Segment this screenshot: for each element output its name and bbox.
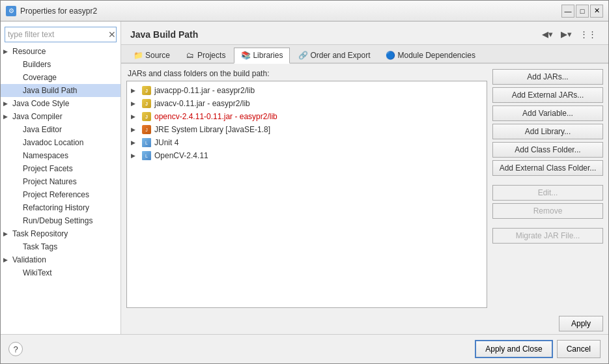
sidebar-item-label: Coverage <box>23 73 57 82</box>
sidebar-item-label: Javadoc Location <box>23 138 83 147</box>
sidebar-item-label: Task Repository <box>12 229 68 238</box>
action-button-add-external-class-folder-[interactable]: Add External Class Folder... <box>492 160 603 176</box>
back-button[interactable]: ◀▾ <box>539 28 556 40</box>
tab-module-label: Module Dependencies <box>397 51 475 60</box>
libraries-tab-icon: 📚 <box>241 51 250 60</box>
sidebar-item-java-editor[interactable]: Java Editor <box>1 123 120 136</box>
jar-icon: J <box>141 98 152 109</box>
sidebar-item-label: Builders <box>23 60 51 69</box>
sidebar-item-label: Java Editor <box>23 125 62 134</box>
sidebar-item-label: Task Tags <box>23 242 57 251</box>
sidebar-item-resource[interactable]: ▶Resource <box>1 45 120 58</box>
dialog-footer: ? Apply and Close Cancel <box>1 334 608 363</box>
action-button-add-variable-[interactable]: Add Variable... <box>492 105 603 121</box>
sidebar-item-java-compiler[interactable]: ▶Java Compiler <box>1 110 120 123</box>
jar-icon: J <box>141 111 152 122</box>
menu-button[interactable]: ⋮⋮ <box>577 28 599 40</box>
tree-item[interactable]: ▶Jopencv-2.4.11-0.11.jar - easypr2/lib <box>127 110 487 123</box>
tab-libraries[interactable]: 📚 Libraries <box>234 48 290 64</box>
sidebar-item-label: Project References <box>23 190 89 199</box>
sidebar-item-javadoc-location[interactable]: Javadoc Location <box>1 136 120 149</box>
sidebar-item-builders[interactable]: Builders <box>1 58 120 71</box>
sidebar-item-refactoring-history[interactable]: Refactoring History <box>1 201 120 214</box>
bottom-buttons: Apply and Close Cancel <box>475 340 601 358</box>
footer-left: ? <box>8 342 23 356</box>
title-bar: ⚙ Properties for easypr2 — □ ✕ <box>1 1 608 21</box>
lib-icon: L <box>141 150 152 161</box>
sidebar-item-project-references[interactable]: Project References <box>1 188 120 201</box>
tree-expand-icon: ▶ <box>131 113 139 120</box>
sidebar-item-label: WikiText <box>23 268 52 277</box>
order-tab-icon: 🔗 <box>298 51 307 60</box>
sidebar-item-label: Resource <box>12 47 46 56</box>
tree-item[interactable]: ▶JJRE System Library [JavaSE-1.8] <box>127 123 487 136</box>
tree-item-label: opencv-2.4.11-0.11.jar - easypr2/lib <box>154 112 277 121</box>
sidebar-item-project-natures[interactable]: Project Natures <box>1 175 120 188</box>
apply-area: Apply <box>121 313 608 334</box>
minimize-button[interactable]: — <box>561 5 574 18</box>
tree-item-label: JRE System Library [JavaSE-1.8] <box>154 125 270 134</box>
tree-view: ▶Jjavacpp-0.11.jar - easypr2/lib▶Jjavacv… <box>126 81 487 308</box>
sidebar-item-validation[interactable]: ▶Validation <box>1 253 120 266</box>
jre-icon: J <box>141 124 152 135</box>
help-icon: ? <box>13 344 18 354</box>
tree-item[interactable]: ▶Jjavacpp-0.11.jar - easypr2/lib <box>127 84 487 97</box>
sidebar-item-run/debug-settings[interactable]: Run/Debug Settings <box>1 214 120 227</box>
lib-icon: L <box>141 137 152 148</box>
tab-order-label: Order and Export <box>310 51 370 60</box>
filter-clear-button[interactable]: ✕ <box>108 29 116 40</box>
sidebar-item-namespaces[interactable]: Namespaces <box>1 149 120 162</box>
tabs-bar: 📁 Source 🗂 Projects 📚 Libraries 🔗 Order … <box>121 45 608 64</box>
sidebar-item-label: Validation <box>12 255 46 264</box>
close-button[interactable]: ✕ <box>590 5 603 18</box>
filter-input[interactable] <box>5 29 108 40</box>
button-spacer <box>492 178 603 182</box>
expand-arrow-icon: ▶ <box>3 100 10 107</box>
apply-and-close-button[interactable]: Apply and Close <box>475 340 552 358</box>
sidebar-item-task-tags[interactable]: Task Tags <box>1 240 120 253</box>
sidebar-item-java-code-style[interactable]: ▶Java Code Style <box>1 97 120 110</box>
sidebar-item-project-facets[interactable]: Project Facets <box>1 162 120 175</box>
forward-button[interactable]: ▶▾ <box>558 28 574 40</box>
tab-source[interactable]: 📁 Source <box>126 48 177 63</box>
tab-order-export[interactable]: 🔗 Order and Export <box>291 48 377 63</box>
projects-tab-icon: 🗂 <box>186 51 195 60</box>
sidebar: ✕ ▶ResourceBuildersCoverageJava Build Pa… <box>1 21 121 334</box>
action-button-add-class-folder-[interactable]: Add Class Folder... <box>492 142 603 158</box>
tab-projects-label: Projects <box>197 51 225 60</box>
content-left: JARs and class folders on the build path… <box>126 69 487 308</box>
expand-arrow-icon: ▶ <box>3 113 10 120</box>
tree-item[interactable]: ▶LJUnit 4 <box>127 136 487 149</box>
sidebar-item-wikitext[interactable]: WikiText <box>1 266 120 279</box>
sidebar-item-label: Refactoring History <box>23 203 89 212</box>
action-button-remove: Remove <box>492 203 603 219</box>
action-button-add-jars-[interactable]: Add JARs... <box>492 69 603 85</box>
expand-arrow-icon: ▶ <box>3 257 10 263</box>
action-button-migrate-jar-file-: Migrate JAR File... <box>492 228 603 244</box>
action-buttons: Add JARs...Add External JARs...Add Varia… <box>492 69 603 308</box>
tab-module-deps[interactable]: 🔵 Module Dependencies <box>378 48 482 63</box>
tab-projects[interactable]: 🗂 Projects <box>178 48 233 63</box>
sidebar-item-label: Run/Debug Settings <box>23 216 92 225</box>
apply-button[interactable]: Apply <box>559 316 603 331</box>
tree-item[interactable]: ▶Jjavacv-0.11.jar - easypr2/lib <box>127 97 487 110</box>
sidebar-item-task-repository[interactable]: ▶Task Repository <box>1 227 120 240</box>
cancel-button[interactable]: Cancel <box>557 340 601 358</box>
properties-dialog: ⚙ Properties for easypr2 — □ ✕ ✕ ▶Resour… <box>0 0 609 364</box>
maximize-button[interactable]: □ <box>576 5 589 18</box>
sidebar-item-java-build-path[interactable]: Java Build Path <box>1 84 120 97</box>
nav-buttons: ◀▾ ▶▾ ⋮⋮ <box>539 28 599 40</box>
tree-item-label: javacpp-0.11.jar - easypr2/lib <box>154 86 255 95</box>
jar-icon: J <box>141 85 152 96</box>
main-header: Java Build Path ◀▾ ▶▾ ⋮⋮ <box>121 21 608 45</box>
sidebar-item-coverage[interactable]: Coverage <box>1 71 120 84</box>
tree-item[interactable]: ▶LOpenCV-2.4.11 <box>127 149 487 162</box>
expand-arrow-icon: ▶ <box>3 48 10 55</box>
main-content: Java Build Path ◀▾ ▶▾ ⋮⋮ 📁 Source 🗂 Proj… <box>121 21 608 334</box>
tree-expand-icon: ▶ <box>131 139 139 146</box>
action-button-add-external-jars-[interactable]: Add External JARs... <box>492 87 603 103</box>
help-button[interactable]: ? <box>8 342 23 356</box>
sidebar-item-label: Project Facets <box>23 164 73 173</box>
action-button-add-library-[interactable]: Add Library... <box>492 124 603 139</box>
tab-libraries-label: Libraries <box>253 51 283 60</box>
